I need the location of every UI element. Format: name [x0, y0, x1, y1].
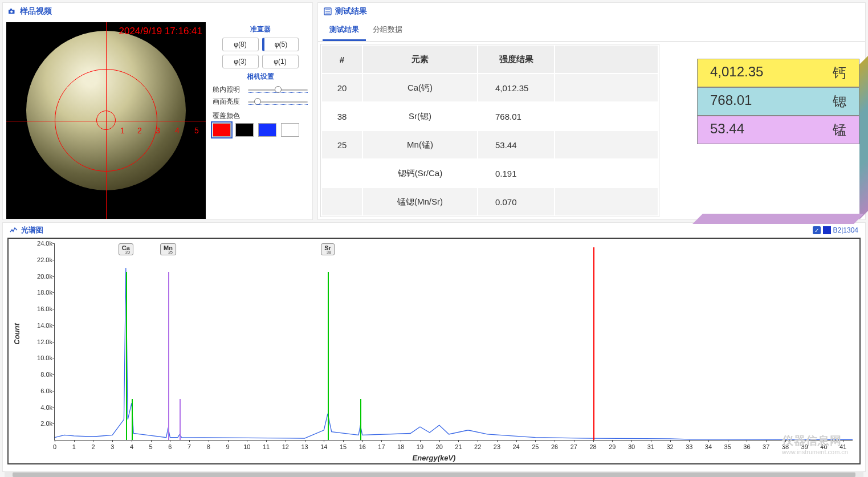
table-row[interactable]: 锰锶(Mn/Sr)0.070	[322, 188, 658, 215]
camera-controls: 准直器 φ(8) φ(5) φ(3) φ(1) 相机设置 舱内照明 画面亮度	[208, 20, 312, 221]
video-view[interactable]: 1 2 3 4 5 2024/9/19 17:16:41	[6, 22, 206, 219]
brightness-slider[interactable]	[248, 101, 308, 103]
results-tabs: 测试结果 分组数据	[318, 20, 865, 42]
list-icon	[324, 7, 332, 15]
spectrum-chart[interactable]: Count 2.0k4.0k6.0k8.0k10.0k12.0k14.0k16.…	[7, 238, 861, 464]
legend-label: B2|1304	[833, 226, 859, 234]
col-element: 元素	[363, 46, 477, 73]
plot-area[interactable]: 2.0k4.0k6.0k8.0k10.0k12.0k14.0k16.0k18.0…	[54, 243, 853, 441]
sample-video-panel: 样品视频 1 2 3 4 5 2024/9/19 17:16:41 准直器 φ(…	[2, 2, 313, 220]
light-label: 舱内照明	[213, 85, 244, 95]
summary-cards: 4,012.35钙 768.01锶 53.44锰	[697, 59, 859, 214]
results-table: # 元素 强度结果 20Ca(钙)4,012.35 38Sr(锶)768.01 …	[320, 44, 659, 217]
phi-5-button[interactable]: φ(5)	[262, 38, 299, 51]
table-header-row: # 元素 强度结果	[322, 46, 658, 73]
scale-5: 5	[194, 126, 199, 135]
spectrum-scrollbar[interactable]	[5, 471, 863, 477]
table-row[interactable]: 25Mn(锰)53.44	[322, 131, 658, 158]
video-timestamp: 2024/9/19 17:16:41	[119, 26, 202, 37]
color-red-swatch[interactable]	[213, 123, 231, 137]
color-black-swatch[interactable]	[235, 123, 254, 137]
results-header: 测试结果	[318, 3, 865, 20]
light-slider[interactable]	[248, 89, 308, 91]
col-num: #	[322, 46, 362, 73]
brightness-label: 画面亮度	[213, 97, 244, 107]
phi-1-button[interactable]: φ(1)	[262, 55, 299, 68]
scale-4: 4	[175, 126, 180, 135]
scale-3: 3	[156, 126, 160, 135]
sample-video-title: 样品视频	[20, 6, 52, 17]
card-mn: 53.44锰	[697, 116, 859, 144]
phi-3-button[interactable]: φ(3)	[222, 55, 259, 68]
y-axis-label: Count	[13, 323, 21, 345]
camera-settings-title: 相机设置	[213, 72, 308, 81]
color-blue-swatch[interactable]	[258, 123, 276, 137]
card-shadow-bottom	[692, 214, 864, 224]
svg-point-1	[10, 10, 13, 13]
target-ring-inner	[96, 111, 116, 130]
table-row[interactable]: 锶钙(Sr/Ca)0.191	[322, 160, 658, 187]
scale-1: 1	[120, 126, 125, 135]
col-spacer	[555, 46, 658, 73]
phi-8-button[interactable]: φ(8)	[222, 38, 259, 51]
svg-rect-2	[10, 9, 13, 10]
results-panel: 测试结果 测试结果 分组数据 # 元素 强度结果 20Ca(钙)4,012.35…	[317, 2, 866, 220]
color-white-swatch[interactable]	[281, 123, 299, 137]
watermark: 仪器信息网 www.instrument.com.cn	[782, 433, 848, 455]
scale-2: 2	[137, 126, 142, 135]
legend-color-icon	[823, 226, 831, 234]
card-shadow	[859, 54, 868, 219]
card-sr: 768.01锶	[697, 87, 859, 116]
table-row[interactable]: 20Ca(钙)4,012.35	[322, 74, 658, 101]
spectrum-icon	[10, 226, 18, 234]
results-title: 测试结果	[335, 6, 367, 17]
overlay-color-label: 覆盖颜色	[213, 111, 308, 121]
tab-group-data[interactable]: 分组数据	[366, 20, 409, 41]
collimator-title: 准直器	[213, 25, 308, 34]
x-axis-label: Energy(keV)	[413, 454, 456, 462]
sample-video-header: 样品视频	[3, 3, 312, 20]
col-intensity: 强度结果	[478, 46, 554, 73]
spectrum-title: 光谱图	[21, 225, 43, 235]
card-ca: 4,012.35钙	[697, 59, 859, 87]
tab-test-results[interactable]: 测试结果	[323, 20, 366, 41]
spectrum-legend[interactable]: ✓ B2|1304	[813, 226, 859, 234]
spectrum-panel: 光谱图 ✓ B2|1304 Count 2.0k4.0k6.0k8.0k10.0…	[2, 222, 866, 472]
legend-checkbox[interactable]: ✓	[813, 226, 821, 234]
table-row[interactable]: 38Sr(锶)768.01	[322, 103, 658, 130]
camera-icon	[9, 7, 17, 15]
